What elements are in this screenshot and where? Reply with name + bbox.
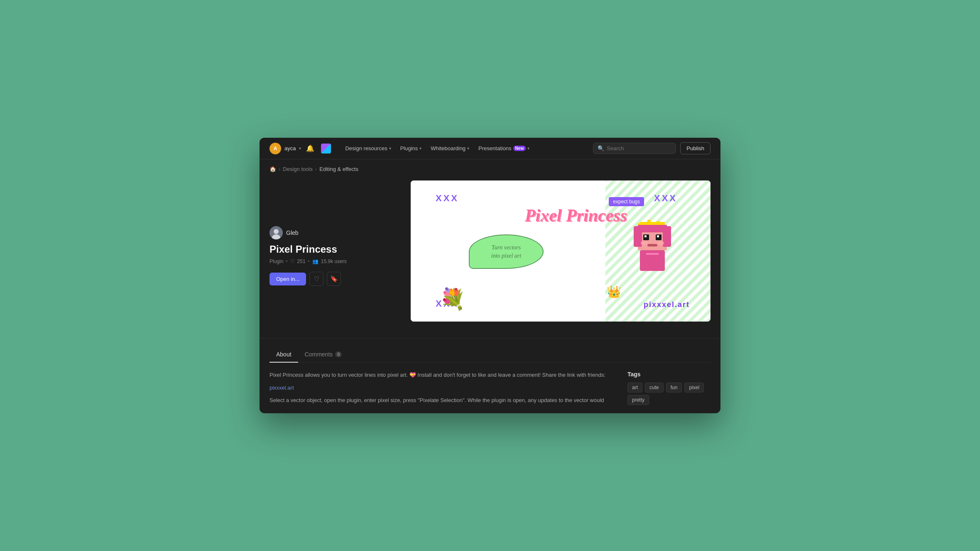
tab-about[interactable]: About <box>270 347 298 363</box>
plugin-meta: Plugin • ♡ 251 • 👥 15.9k users <box>270 258 394 264</box>
tags-section: Tags art cute fun pixel pretty <box>627 371 710 405</box>
action-buttons: Open in... ♡ 🔖 <box>270 272 394 286</box>
navbar: A ayca ▾ 🔔 Design resources ▾ Plugins ▾ … <box>260 138 720 159</box>
nav-user-section: A ayca ▾ 🔔 <box>270 143 331 154</box>
breadcrumb-current: Editing & effects <box>319 166 358 172</box>
crown-decoration: 👑 <box>607 285 621 299</box>
open-in-button[interactable]: Open in... <box>270 273 306 285</box>
author-avatar-img <box>270 226 283 239</box>
bell-icon[interactable]: 🔔 <box>304 143 316 154</box>
tag-cute[interactable]: cute <box>645 383 664 393</box>
chevron-icon: ▾ <box>527 146 529 151</box>
pixxxel-art-text: pixxxel.art <box>644 300 690 309</box>
tab-comments[interactable]: Comments 8 <box>298 347 349 363</box>
users-icon: 👥 <box>312 258 318 264</box>
author-row: Gleb <box>270 226 394 239</box>
xxx-topright: XXX <box>654 193 677 204</box>
plugin-likes: 251 <box>297 258 306 264</box>
breadcrumb-sep: › <box>279 166 280 172</box>
description-text-2: Select a vector object, open the plugin,… <box>270 396 611 405</box>
tag-art[interactable]: art <box>627 383 642 393</box>
pixel-princess-title: Pixel Princess <box>525 205 627 225</box>
search-bar[interactable]: 🔍 <box>593 143 676 154</box>
tag-fun[interactable]: fun <box>666 383 682 393</box>
bookmark-icon: 🔖 <box>330 275 338 283</box>
app-window: A ayca ▾ 🔔 Design resources ▾ Plugins ▾ … <box>260 138 720 413</box>
bookmark-button[interactable]: 🔖 <box>327 272 341 286</box>
svg-point-1 <box>274 229 279 234</box>
description-section: Pixel Princess allows you to turn vector… <box>270 371 611 405</box>
xxx-topleft: XXX <box>436 193 459 204</box>
tags-title: Tags <box>627 371 710 378</box>
tabs-list: About Comments 8 <box>270 347 710 363</box>
figma-logo-icon <box>321 144 331 154</box>
nav-item-whiteboarding[interactable]: Whiteboarding ▾ <box>426 143 473 154</box>
tag-pretty[interactable]: pretty <box>627 395 649 405</box>
search-icon: 🔍 <box>598 145 604 151</box>
right-panel: XXX XXX XXX expect bugs Pixel Princess T… <box>411 176 710 322</box>
username-label[interactable]: ayca <box>284 145 296 151</box>
svg-rect-16 <box>657 241 664 245</box>
preview-container: XXX XXX XXX expect bugs Pixel Princess T… <box>411 180 710 322</box>
breadcrumb-sep2: › <box>315 166 317 172</box>
chevron-down-icon[interactable]: ▾ <box>299 146 301 151</box>
heart-icon: ♡ <box>314 275 319 283</box>
preview-image: XXX XXX XXX expect bugs Pixel Princess T… <box>411 180 710 322</box>
svg-rect-5 <box>647 220 651 226</box>
nav-item-presentations[interactable]: Presentations New ▾ <box>474 143 534 154</box>
expect-bugs-badge: expect bugs <box>609 197 644 206</box>
new-badge: New <box>513 146 526 151</box>
author-name[interactable]: Gleb <box>286 229 299 236</box>
chevron-icon: ▾ <box>419 146 421 151</box>
tags-list: art cute fun pixel pretty <box>627 383 710 405</box>
author-avatar[interactable] <box>270 226 283 239</box>
svg-rect-14 <box>657 235 659 237</box>
left-panel: Gleb Pixel Princess Plugin • ♡ 251 • 👥 1… <box>270 176 394 322</box>
nav-item-plugins[interactable]: Plugins ▾ <box>396 143 426 154</box>
breadcrumb: 🏠 › Design tools › Editing & effects <box>260 159 720 176</box>
breadcrumb-design-tools-link[interactable]: Design tools <box>283 166 313 172</box>
main-content: Gleb Pixel Princess Plugin • ♡ 251 • 👥 1… <box>260 176 720 334</box>
pixel-art-preview: XXX XXX XXX expect bugs Pixel Princess T… <box>411 180 710 322</box>
tag-pixel[interactable]: pixel <box>684 383 704 393</box>
user-avatar[interactable]: A <box>270 143 281 154</box>
svg-rect-10 <box>638 225 667 232</box>
chevron-icon: ▾ <box>389 146 391 151</box>
plugin-title: Pixel Princess <box>270 244 394 255</box>
svg-rect-3 <box>640 222 665 225</box>
publish-button[interactable]: Publish <box>680 142 710 154</box>
plugin-type: Plugin <box>270 258 283 264</box>
search-input[interactable] <box>607 145 671 151</box>
flower-decoration: 💐 <box>440 287 466 311</box>
plugin-link[interactable]: pixxxel.art <box>270 385 294 391</box>
heart-icon: ♡ <box>290 258 295 264</box>
chevron-icon: ▾ <box>467 146 469 151</box>
svg-rect-13 <box>644 235 647 237</box>
comments-count-badge: 8 <box>335 351 342 357</box>
tabs-section: About Comments 8 <box>260 338 720 363</box>
speech-bubble-text: Turn vectorsinto pixel art <box>491 244 521 259</box>
svg-rect-17 <box>647 244 657 246</box>
nav-right-section: 🔍 Publish <box>593 142 710 154</box>
content-area: Pixel Princess allows you to turn vector… <box>260 363 720 413</box>
svg-rect-19 <box>646 253 659 255</box>
like-button[interactable]: ♡ <box>309 272 323 286</box>
nav-menu: Design resources ▾ Plugins ▾ Whiteboardi… <box>341 143 590 154</box>
speech-bubble: Turn vectorsinto pixel art <box>469 234 544 269</box>
nav-item-design-resources[interactable]: Design resources ▾ <box>341 143 395 154</box>
plugin-users: 15.9k users <box>321 258 347 264</box>
svg-rect-15 <box>641 241 647 245</box>
pixel-princess-character <box>632 220 673 274</box>
breadcrumb-home-link[interactable]: 🏠 <box>270 166 276 172</box>
description-text-1: Pixel Princess allows you to turn vector… <box>270 371 611 380</box>
